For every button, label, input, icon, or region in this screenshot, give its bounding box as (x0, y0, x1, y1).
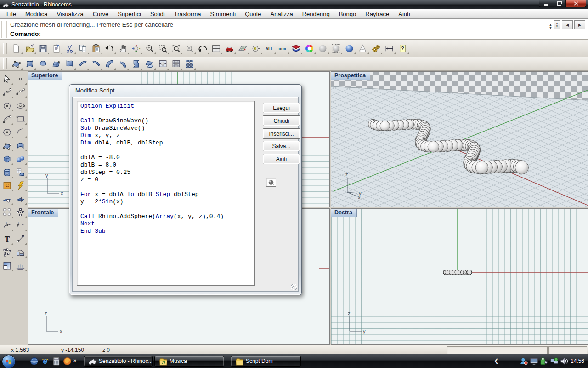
toolbar-button-render-preview[interactable] (317, 42, 329, 54)
toolbar-button-zoom-dynamic[interactable] (143, 42, 156, 54)
dialog-resize-grip[interactable] (291, 284, 297, 290)
palette-button-circle-center[interactable] (1, 99, 13, 112)
palette-button-srf-3pt[interactable] (1, 139, 13, 152)
toolbar-button-cut[interactable] (63, 42, 76, 54)
toolbar-button-srf-patch[interactable] (157, 58, 169, 70)
toolbar-button-cone[interactable] (356, 42, 369, 54)
toolbar-button-open-file[interactable] (23, 42, 36, 54)
palette-button-curve-interp[interactable] (14, 86, 27, 98)
toolbar-button-save[interactable] (37, 42, 49, 54)
palette-button-curve-handles[interactable] (1, 219, 13, 232)
toolbar-button-srf-mesh[interactable] (183, 58, 196, 70)
taskbar-button-senzatitolorhinoc[interactable]: Senzatitolo - Rhinoc... (84, 356, 153, 367)
toolbar-button-pan[interactable] (117, 42, 129, 54)
toolbar-button-viewport-layout[interactable] (210, 42, 222, 54)
menu-item-solidi[interactable]: Solidi (146, 10, 170, 18)
toolbar-button-render-region[interactable] (330, 42, 342, 54)
toolbar-button-new-document[interactable] (10, 42, 23, 54)
palette-button-badge-c[interactable]: C (1, 179, 13, 192)
toolbar-button-help[interactable]: ? (396, 42, 409, 54)
close-button[interactable] (565, 0, 586, 7)
messenger-icon[interactable] (519, 356, 527, 365)
title-bar[interactable]: Senzatitolo - Rhinoceros (0, 0, 588, 9)
toolbar-button-render-mesh[interactable] (237, 42, 249, 54)
menu-item-modifica[interactable]: Modifica (21, 10, 52, 18)
firefox-icon[interactable] (62, 356, 72, 366)
menu-item-rendering[interactable]: Rendering (298, 10, 334, 18)
start-button[interactable] (2, 355, 16, 368)
display-icon[interactable] (529, 356, 537, 365)
palette-button-curve-cp[interactable] (1, 86, 13, 98)
palette-button-trim[interactable] (1, 192, 13, 205)
toolbar-button-zoom-extents[interactable] (183, 42, 196, 54)
toolbar-button-rotate-view[interactable] (130, 42, 142, 54)
palette-button-ellipse[interactable] (14, 99, 27, 112)
dialog-title-bar[interactable]: Modifica Script (69, 85, 301, 96)
scroll-left-button[interactable]: ◀ (562, 20, 573, 29)
toolbar-button-copy[interactable] (77, 42, 89, 54)
aiuti-button[interactable]: Aiuti (263, 154, 300, 164)
taskbar-button-musica[interactable]: Musica (154, 356, 224, 367)
chiudi-button[interactable]: Chiudi (263, 115, 300, 126)
toolbar-button-set-point[interactable] (250, 42, 262, 54)
palette-button-single-point[interactable] (14, 72, 27, 85)
toolbar-button-dimension[interactable] (383, 42, 396, 54)
toolbar-button-srf-edge-curves[interactable] (23, 58, 36, 70)
menu-item-visualizza[interactable]: Visualizza (52, 10, 88, 18)
palette-button-points-cloud[interactable] (1, 246, 13, 259)
script-editor[interactable]: Option ExplicitCall DrawSineWave()Sub Dr… (77, 101, 255, 286)
toolbar-button-paste[interactable] (90, 42, 102, 54)
palette-button-rotate-block[interactable] (14, 246, 27, 259)
toolbar-button-srf-revolve[interactable] (37, 58, 49, 70)
menu-item-quote[interactable]: Quote (240, 10, 266, 18)
viewport-top-label[interactable]: Superiore (28, 72, 62, 80)
palette-button-move-point[interactable] (14, 232, 27, 245)
sphere-preview-button[interactable] (266, 178, 276, 187)
palette-button-box[interactable] (1, 152, 13, 165)
toolbar-button-srf-drape[interactable] (170, 58, 182, 70)
menu-item-trasforma[interactable]: Trasforma (170, 10, 206, 18)
scroll-right-button[interactable]: ▶ (574, 20, 585, 29)
installer-icon[interactable] (539, 356, 548, 365)
minimize-button[interactable] (539, 0, 553, 7)
palette-button-array-polar[interactable] (14, 206, 27, 218)
quick-launch-expand-chevron[interactable]: » (74, 357, 76, 363)
menu-item-analizza[interactable]: Analizza (266, 10, 298, 18)
menu-item-strumenti[interactable]: Strumenti (205, 10, 240, 18)
restore-button[interactable] (553, 0, 565, 7)
palette-button-explode[interactable] (14, 179, 27, 192)
toolbar-button-zoom-window[interactable] (157, 42, 169, 54)
palette-button-array-rect[interactable] (1, 206, 13, 218)
viewport-perspective-label[interactable]: Prospettica (331, 72, 370, 80)
viewport-right-label[interactable]: Destra (331, 209, 357, 217)
palette-button-arc[interactable] (1, 112, 13, 125)
toolbar-button-export-notes[interactable] (50, 42, 62, 54)
calculator-icon[interactable] (51, 356, 61, 366)
palette-button-split[interactable] (14, 192, 27, 205)
salva-button[interactable]: Salva... (263, 141, 300, 151)
menu-item-aiuti[interactable]: Aiuti (394, 10, 414, 18)
palette-button-spheres[interactable] (14, 152, 27, 165)
palette-button-select-pointer[interactable] (1, 72, 13, 85)
toolbar-button-srf-corner-points[interactable] (10, 58, 23, 70)
viewport-front-label[interactable]: Frontale (28, 209, 58, 217)
toolbar-button-undo-view[interactable] (197, 42, 209, 54)
palette-button-gradient-square[interactable] (1, 259, 13, 272)
tray-collapse-chevron[interactable]: ❮ (494, 358, 498, 364)
palette-button-curve-handles2[interactable] (14, 219, 27, 232)
volume-icon[interactable] (560, 356, 568, 365)
command-bar-grip[interactable] (1, 21, 7, 38)
menu-item-superfici[interactable]: Superfici (113, 10, 146, 18)
palette-button-polygon[interactable] (1, 126, 13, 138)
toolbar-button-zoom-selected[interactable] (170, 42, 182, 54)
taskbar-clock[interactable]: 14.56 (571, 358, 584, 364)
toolbar-button-srf-plane-grid[interactable] (50, 58, 62, 70)
palette-button-ground-plane[interactable] (14, 259, 27, 272)
app-globe-icon[interactable] (29, 356, 39, 366)
menu-item-file[interactable]: File (2, 10, 21, 18)
toolbar-grip-2[interactable] (3, 58, 7, 69)
menu-item-raytrace[interactable]: Raytrace (361, 10, 394, 18)
toolbar-button-color-wheel[interactable] (303, 42, 316, 54)
toolbar-button-srf-fillet[interactable] (103, 58, 116, 70)
palette-button-rectangle[interactable] (14, 112, 27, 125)
